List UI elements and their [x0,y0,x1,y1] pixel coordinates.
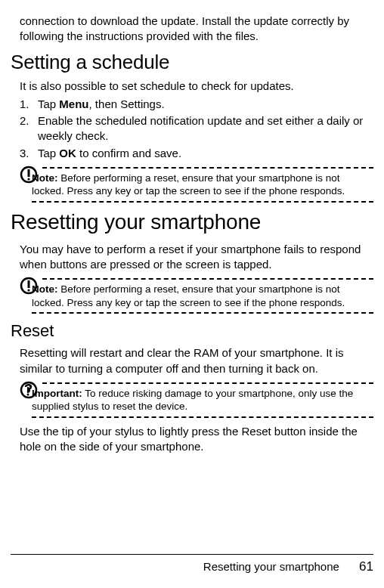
intro-paragraph: connection to download the update. Insta… [20,14,372,45]
list-item: 3. Tap OK to confirm and save. [20,146,373,161]
list-item: 2. Enable the scheduled notification upd… [20,113,373,144]
note-text: Note: Before performing a reset, ensure … [32,172,372,198]
note-block: Note: Before performing a reset, ensure … [20,278,373,314]
heading-resetting-smartphone: Resetting your smartphone [11,210,373,234]
important-block: Important: To reduce risking damage to y… [20,382,373,418]
heading-setting-schedule: Setting a schedule [11,51,373,74]
heading-reset: Reset [11,321,373,341]
list-content: Tap Menu, then Settings. [38,97,373,112]
svg-point-8 [27,393,29,395]
note-icon [20,277,38,295]
important-icon [20,381,38,399]
list-content: Tap OK to confirm and save. [38,146,373,161]
note-text: Note: Before performing a reset, ensure … [32,283,372,309]
svg-rect-4 [28,280,30,288]
footer-title: Resetting your smartphone [203,560,339,573]
note-icon [20,166,38,184]
svg-rect-1 [28,169,30,177]
note-block: Note: Before performing a reset, ensure … [20,167,373,203]
svg-point-5 [27,289,29,292]
important-text: Important: To reduce risking damage to y… [32,387,372,413]
list-item: 1. Tap Menu, then Settings. [20,97,373,112]
chapter-paragraph: You may have to perform a reset if your … [20,242,372,273]
list-content: Enable the scheduled notification update… [38,113,373,144]
schedule-paragraph: It is also possible to set schedule to c… [20,79,372,94]
page-number: 61 [359,559,373,574]
svg-point-2 [27,178,29,180]
reset-paragraph: Resetting will restart and clear the RAM… [20,345,372,376]
list-number: 1. [20,97,38,112]
page-footer: Resetting your smartphone 61 [11,554,373,574]
numbered-list: 1. Tap Menu, then Settings. 2. Enable th… [20,97,373,161]
list-number: 3. [20,146,38,161]
list-number: 2. [20,113,38,144]
stylus-paragraph: Use the tip of your stylus to lightly pr… [20,424,372,455]
